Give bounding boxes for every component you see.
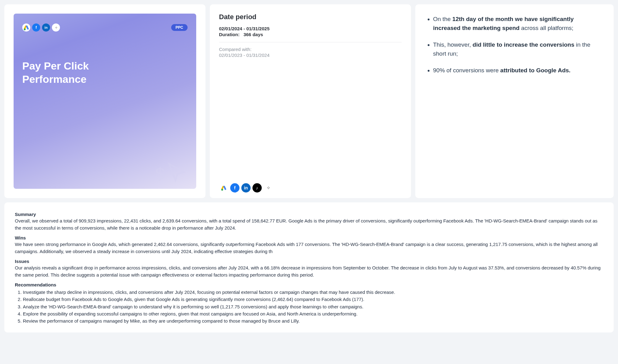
highlight-item: This, however, did little to increase th…	[433, 40, 603, 58]
recommendation-item: Explore the possibility of expanding suc…	[23, 310, 603, 317]
recommendations-list: Investigate the sharp decline in impress…	[15, 289, 603, 324]
cover-title-line2: Performance	[22, 73, 188, 86]
google-ads-icon	[22, 23, 30, 32]
date-period-heading: Date period	[219, 13, 402, 21]
more-platforms-icon: ⁘	[52, 23, 60, 32]
top-row: f in ⁘ PPC Pay Per Click Performance $ D…	[4, 4, 614, 198]
issues-title: Issues	[15, 259, 603, 264]
facebook-ads-icon: f	[230, 183, 239, 193]
summary-card: Summary Overall, we observed a total of …	[4, 202, 614, 332]
cover-platform-icons: f in ⁘	[22, 23, 60, 32]
duration-value: 366 days	[243, 32, 263, 37]
linkedin-ads-icon: in	[241, 183, 251, 193]
recommendation-item: Analyze the 'HD-WG-Search-EMEA-Brand' ca…	[23, 303, 603, 310]
issues-body: Our analysis reveals a significant drop …	[15, 265, 603, 278]
highlight-item: On the 12th day of the month we have sig…	[433, 15, 603, 32]
highlights-card: On the 12th day of the month we have sig…	[415, 4, 614, 198]
cover-title-line1: Pay Per Click	[22, 59, 188, 73]
compared-with-label: Compared with:	[219, 47, 402, 52]
recommendations-title: Recommendations	[15, 282, 603, 287]
date-range: 02/01/2024 - 01/31/2025	[219, 26, 402, 31]
wins-title: Wins	[15, 235, 603, 240]
cover-card: f in ⁘ PPC Pay Per Click Performance $	[4, 4, 205, 198]
divider	[219, 42, 402, 42]
summary-title: Summary	[15, 212, 603, 217]
tiktok-ads-icon: ♪	[252, 183, 262, 193]
duration-label: Duration:	[219, 32, 240, 37]
dollar-icon: $	[155, 164, 165, 183]
compared-with-range: 02/01/2023 - 01/31/2024	[219, 53, 402, 58]
recommendation-item: Investigate the sharp decline in impress…	[23, 289, 603, 296]
more-platforms-icon: ⁘	[264, 183, 273, 193]
cover-inner: f in ⁘ PPC Pay Per Click Performance $	[14, 14, 196, 189]
summary-body: Overall, we observed a total of 909,923 …	[15, 218, 603, 231]
google-ads-icon	[219, 183, 228, 193]
date-period-card: Date period 02/01/2024 - 01/31/2025 Dura…	[210, 4, 411, 198]
wins-body: We have seen strong performance in Googl…	[15, 241, 603, 255]
cover-title: Pay Per Click Performance	[22, 59, 188, 86]
cover-art: $	[155, 161, 188, 183]
highlight-item: 90% of conversions were attributed to Go…	[433, 66, 603, 75]
ppc-badge: PPC	[171, 24, 188, 31]
cursor-icon	[165, 161, 188, 183]
highlights-list: On the 12th day of the month we have sig…	[426, 15, 603, 75]
facebook-ads-icon: f	[32, 23, 40, 32]
recommendation-item: Reallocate budget from Facebook Ads to G…	[23, 296, 603, 303]
recommendation-item: Review the performance of campaigns mana…	[23, 317, 603, 324]
cover-top-bar: f in ⁘ PPC	[22, 23, 188, 32]
date-duration: Duration: 366 days	[219, 32, 402, 37]
date-platform-icons: f in ♪ ⁘	[219, 177, 402, 193]
linkedin-ads-icon: in	[42, 23, 50, 32]
